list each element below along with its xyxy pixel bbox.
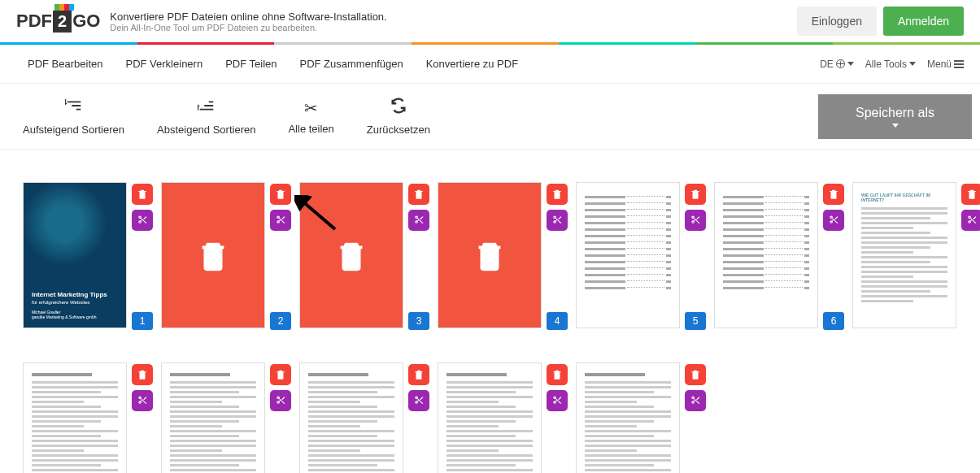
delete-page-button[interactable]: [270, 364, 291, 385]
page-thumbnail-deleted[interactable]: [161, 182, 265, 328]
sort-asc-icon: [65, 97, 83, 119]
delete-page-button[interactable]: [685, 184, 706, 205]
all-tools-dropdown[interactable]: Alle Tools: [865, 59, 916, 70]
page-thumbnail[interactable]: [161, 362, 265, 473]
delete-page-button[interactable]: [408, 364, 429, 385]
language-selector[interactable]: DE: [820, 59, 854, 70]
save-as-label: Speichern als: [856, 106, 934, 120]
logo-pdf: PDF: [16, 11, 52, 32]
logo-2: 2: [53, 11, 72, 33]
page-thumbnail-deleted[interactable]: [438, 182, 542, 328]
cut-page-button[interactable]: [270, 210, 291, 231]
logo-color-accent: [54, 4, 74, 11]
reset-icon: [390, 97, 407, 119]
page-thumbnail[interactable]: [299, 362, 403, 473]
nav-compress[interactable]: PDF Verkleinern: [115, 53, 215, 75]
split-all-label: Alle teilen: [288, 123, 333, 135]
sort-desc-icon: [198, 97, 216, 119]
chevron-down-icon: [892, 124, 899, 128]
page-item[interactable]: 2: [161, 182, 265, 328]
cut-page-button[interactable]: [685, 390, 706, 411]
chevron-down-icon: [847, 62, 854, 66]
page-number-badge: 6: [823, 312, 844, 330]
page-thumbnail[interactable]: [576, 362, 680, 473]
cut-page-button[interactable]: [685, 210, 706, 231]
menu-button[interactable]: Menü: [927, 59, 964, 70]
cut-page-button[interactable]: [547, 390, 568, 411]
page-number-badge: 2: [270, 312, 291, 330]
reset-label: Zurücksetzen: [367, 124, 430, 136]
page-item[interactable]: [299, 362, 403, 473]
delete-page-button[interactable]: [685, 364, 706, 385]
login-button[interactable]: Einloggen: [797, 7, 877, 36]
cut-page-button[interactable]: [547, 210, 568, 231]
scissors-icon: ✂: [304, 98, 318, 118]
page-item[interactable]: 6: [714, 182, 818, 328]
page-thumbnail[interactable]: [714, 182, 818, 328]
nav-merge[interactable]: PDF Zusammenfügen: [289, 53, 415, 75]
page-item[interactable]: 3: [299, 182, 403, 328]
cut-page-button[interactable]: [823, 210, 844, 231]
logo-go: GO: [72, 11, 100, 32]
sort-desc-button[interactable]: Absteigend Sortieren: [141, 93, 272, 139]
page-item[interactable]: 5: [576, 182, 680, 328]
delete-page-button[interactable]: [270, 184, 291, 205]
save-as-button[interactable]: Speichern als: [818, 94, 972, 139]
delete-page-button[interactable]: [547, 364, 568, 385]
page-item[interactable]: [23, 362, 127, 473]
page-number-badge: 3: [408, 312, 429, 330]
tagline-main: Konvertiere PDF Dateien online ohne Soft…: [110, 11, 386, 23]
page-number-badge: 4: [547, 312, 568, 330]
cover-sub: für erfolgreichere Websites: [32, 300, 118, 305]
globe-icon: [836, 59, 845, 68]
cut-page-button[interactable]: [408, 390, 429, 411]
delete-page-button[interactable]: [132, 364, 153, 385]
chevron-down-icon: [909, 62, 916, 66]
delete-page-button[interactable]: [961, 184, 980, 205]
page-item[interactable]: Internet Marketing Tipps für erfolgreich…: [23, 182, 127, 328]
hamburger-icon: [954, 60, 964, 68]
page-thumbnail-deleted[interactable]: [299, 182, 403, 328]
page-item[interactable]: [576, 362, 680, 473]
sort-desc-label: Absteigend Sortieren: [157, 124, 255, 136]
delete-page-button[interactable]: [132, 184, 153, 205]
cut-page-button[interactable]: [132, 390, 153, 411]
page-item[interactable]: WIE GUT LÄUFT IHR GESCHÄFT IM INTERNET?: [852, 182, 956, 328]
signup-button[interactable]: Anmelden: [883, 7, 964, 36]
delete-page-button[interactable]: [823, 184, 844, 205]
page-number-badge: 5: [685, 312, 706, 330]
page-item[interactable]: [161, 362, 265, 473]
split-all-button[interactable]: ✂ Alle teilen: [272, 95, 350, 138]
cut-page-button[interactable]: [408, 210, 429, 231]
sort-asc-label: Aufsteigend Sortieren: [23, 124, 124, 136]
sort-asc-button[interactable]: Aufsteigend Sortieren: [7, 93, 141, 139]
tagline-sub: Dein All-In-One Tool um PDF Dateien zu b…: [110, 23, 386, 33]
nav-split[interactable]: PDF Teilen: [214, 53, 288, 75]
page-thumbnail[interactable]: [576, 182, 680, 328]
nav-convert[interactable]: Konvertiere zu PDF: [415, 53, 529, 75]
menu-label: Menü: [927, 59, 952, 70]
cover-title: Internet Marketing Tipps: [32, 291, 118, 298]
delete-page-button[interactable]: [408, 184, 429, 205]
nav-edit[interactable]: PDF Bearbeiten: [16, 53, 115, 75]
language-label: DE: [820, 59, 834, 70]
page-thumbnail[interactable]: Internet Marketing Tipps für erfolgreich…: [23, 182, 127, 328]
delete-page-button[interactable]: [547, 184, 568, 205]
all-tools-label: Alle Tools: [865, 59, 907, 70]
page-item[interactable]: 4: [438, 182, 542, 328]
cover-company: gandke Marketing & Software gmbh: [32, 315, 118, 319]
page-thumbnail[interactable]: WIE GUT LÄUFT IHR GESCHÄFT IM INTERNET?: [852, 182, 956, 328]
page-number-badge: 1: [132, 312, 153, 330]
logo[interactable]: PDF 2 GO: [16, 11, 100, 33]
page-thumbnail[interactable]: [23, 362, 127, 473]
page-thumbnail[interactable]: [438, 362, 542, 473]
page-item[interactable]: [438, 362, 542, 473]
cut-page-button[interactable]: [132, 210, 153, 231]
reset-button[interactable]: Zurücksetzen: [351, 93, 446, 139]
cut-page-button[interactable]: [270, 390, 291, 411]
cut-page-button[interactable]: [961, 210, 980, 231]
